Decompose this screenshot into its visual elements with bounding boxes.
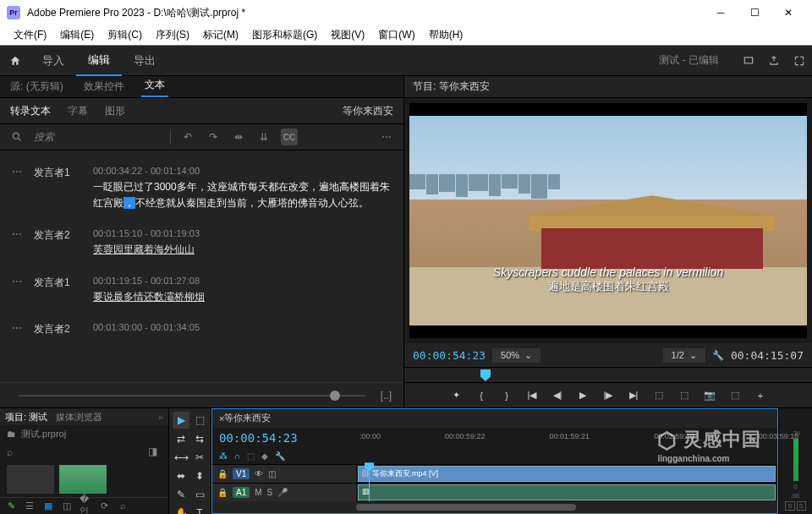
split-icon[interactable]: ⇹ xyxy=(230,128,247,145)
comparison-icon[interactable]: ⬚ xyxy=(726,386,744,405)
add-marker-icon[interactable]: ✦ xyxy=(447,386,465,405)
track-label[interactable]: V1 xyxy=(233,468,250,479)
sort-icon[interactable]: �인 xyxy=(80,500,91,511)
export-frame-icon[interactable]: 📷 xyxy=(700,386,719,405)
resolution-dropdown[interactable]: 1/2⌄ xyxy=(663,348,705,363)
program-monitor[interactable]: Skyscrapers cuddle the palaces in vermil… xyxy=(409,103,807,338)
subtab-graphics[interactable]: 图形 xyxy=(105,104,125,118)
automate-icon[interactable]: ⟳ xyxy=(98,500,110,511)
row-menu-icon[interactable]: ⋯ xyxy=(12,166,22,211)
search-icon[interactable]: ⌕ xyxy=(7,446,19,458)
workspace-export[interactable]: 导出 xyxy=(122,46,167,76)
menu-sequence[interactable]: 序列(S) xyxy=(149,28,196,42)
transcript-row[interactable]: ⋯ 发言者1 00:00:34:22 - 00:01:14:00 一眨眼已过了3… xyxy=(0,157,403,220)
tab-text[interactable]: 文本 xyxy=(141,74,168,97)
settings-icon[interactable]: 🔧 xyxy=(712,350,724,361)
slide-tool-icon[interactable]: ⬍ xyxy=(191,468,208,484)
home-button[interactable] xyxy=(0,55,30,67)
bracket-icon[interactable]: [..] xyxy=(381,390,392,402)
clip-thumbnail[interactable] xyxy=(59,465,107,494)
selection-tool-icon[interactable]: ▶ xyxy=(173,412,189,429)
rectangle-tool-icon[interactable]: ▭ xyxy=(191,486,208,503)
extract-icon[interactable]: ⬚ xyxy=(675,386,694,405)
toggle-output-icon[interactable]: 👁 xyxy=(255,469,263,478)
ripple-tool-icon[interactable]: ⇄ xyxy=(173,430,189,447)
menu-help[interactable]: 帮助(H) xyxy=(422,28,470,42)
share-icon[interactable] xyxy=(761,55,787,67)
menu-edit[interactable]: 编辑(E) xyxy=(53,28,101,42)
track-label[interactable]: A1 xyxy=(233,487,250,498)
maximize-button[interactable]: ☐ xyxy=(738,0,771,25)
slip-tool-icon[interactable]: ⬌ xyxy=(173,468,189,484)
more-icon[interactable]: ⋯ xyxy=(378,128,395,145)
audio-track[interactable]: 🔒A1MS🎤 ▥ xyxy=(212,483,777,501)
transcript-text[interactable]: 要说最多情还数灞桥柳烟 xyxy=(93,289,392,305)
lift-icon[interactable]: ⬚ xyxy=(650,386,668,405)
mark-in-icon[interactable]: { xyxy=(472,386,491,405)
mute-icon[interactable]: M xyxy=(255,488,261,497)
go-out-icon[interactable]: ▶| xyxy=(624,386,643,405)
fullscreen-icon[interactable] xyxy=(787,55,812,67)
mark-out-icon[interactable]: } xyxy=(497,386,516,405)
menu-window[interactable]: 窗口(W) xyxy=(371,28,421,42)
pen-icon[interactable]: ✎ xyxy=(5,500,17,511)
menu-view[interactable]: 视图(V) xyxy=(324,28,371,42)
step-back-icon[interactable]: ◀| xyxy=(548,386,567,405)
type-tool-icon[interactable]: T xyxy=(191,505,208,514)
lock-icon[interactable]: 🔒 xyxy=(217,488,228,497)
solo-right[interactable]: S xyxy=(797,501,806,511)
row-menu-icon[interactable]: ⋯ xyxy=(12,228,22,258)
search-input[interactable] xyxy=(34,131,162,143)
clip-thumbnail[interactable] xyxy=(7,465,54,494)
pen-tool-icon[interactable]: ✎ xyxy=(173,486,189,503)
merge-icon[interactable]: ⇊ xyxy=(255,128,272,145)
track-opt-icon[interactable]: ◫ xyxy=(268,469,276,478)
video-track[interactable]: 🔒V1👁◫ ▥ 等你来西安.mp4 [V] xyxy=(212,464,777,483)
timeline-scrollbar[interactable] xyxy=(212,501,777,513)
marker-opt-icon[interactable]: ◆ xyxy=(261,451,268,461)
lock-icon[interactable]: 🔒 xyxy=(217,469,228,478)
tab-effects[interactable]: 效果控件 xyxy=(80,76,128,97)
subtab-transcript[interactable]: 转录文本 xyxy=(10,104,51,118)
search-icon[interactable] xyxy=(8,128,25,145)
find-icon[interactable]: ⌕ xyxy=(117,500,129,511)
row-menu-icon[interactable]: ⋯ xyxy=(12,276,22,305)
menu-graphics[interactable]: 图形和标题(G) xyxy=(245,28,324,42)
close-button[interactable]: ✕ xyxy=(771,0,805,25)
transcript-row[interactable]: ⋯ 发言者2 00:01:30:00 - 00:01:34:05 xyxy=(0,314,403,345)
solo-icon[interactable]: S xyxy=(267,488,273,497)
rolling-tool-icon[interactable]: ⇆ xyxy=(191,430,208,447)
snap-icon[interactable]: ⁂ xyxy=(219,451,228,461)
rate-tool-icon[interactable]: ⟷ xyxy=(173,449,189,466)
button-editor-icon[interactable]: + xyxy=(751,386,770,405)
menu-file[interactable]: 文件(F) xyxy=(7,28,53,42)
transcript-text[interactable]: 一眨眼已过了3000多年，这座城市每天都在改变，遍地高楼围着朱红宫殿，不经意就从… xyxy=(93,179,392,211)
go-in-icon[interactable]: |◀ xyxy=(523,386,541,405)
menu-clip[interactable]: 剪辑(C) xyxy=(101,28,149,42)
transcript-row[interactable]: ⋯ 发言者2 00:01:15:10 - 00:01:19:03 芙蓉园里藏着海… xyxy=(0,220,403,266)
workspace-edit[interactable]: 编辑 xyxy=(76,46,122,76)
subtab-captions[interactable]: 字幕 xyxy=(68,104,88,118)
zoom-slider[interactable] xyxy=(19,395,365,396)
magnet-icon[interactable]: ∩ xyxy=(234,451,240,461)
step-forward-icon[interactable]: |▶ xyxy=(599,386,617,405)
tab-source[interactable]: 源: (无剪辑) xyxy=(7,76,67,97)
tab-project[interactable]: 项目: 测试 xyxy=(5,411,47,424)
menu-markers[interactable]: 标记(M) xyxy=(196,28,245,42)
transcript-text[interactable]: 芙蓉园里藏着海外仙山 xyxy=(93,242,392,258)
sequence-tab[interactable]: 等你来西安 xyxy=(224,412,271,424)
list-view-icon[interactable]: ☰ xyxy=(24,500,36,511)
track-select-tool-icon[interactable]: ⬚ xyxy=(191,412,208,429)
razor-tool-icon[interactable]: ✂ xyxy=(191,449,208,466)
audio-clip[interactable]: ▥ xyxy=(358,484,776,500)
voice-icon[interactable]: 🎤 xyxy=(277,488,288,497)
freeform-view-icon[interactable]: ◫ xyxy=(61,500,73,511)
hand-tool-icon[interactable]: ✋ xyxy=(173,505,189,514)
transcript-row[interactable]: ⋯ 发言者1 00:01:19:15 - 00:01:27:08 要说最多情还数… xyxy=(0,267,403,314)
playhead-marker[interactable] xyxy=(480,369,491,381)
minimize-button[interactable]: ─ xyxy=(704,0,738,25)
program-scrubber[interactable] xyxy=(404,367,812,382)
solo-left[interactable]: S xyxy=(785,501,794,511)
workspace-import[interactable]: 导入 xyxy=(30,46,76,76)
panel-menu-icon[interactable]: » xyxy=(158,412,163,422)
